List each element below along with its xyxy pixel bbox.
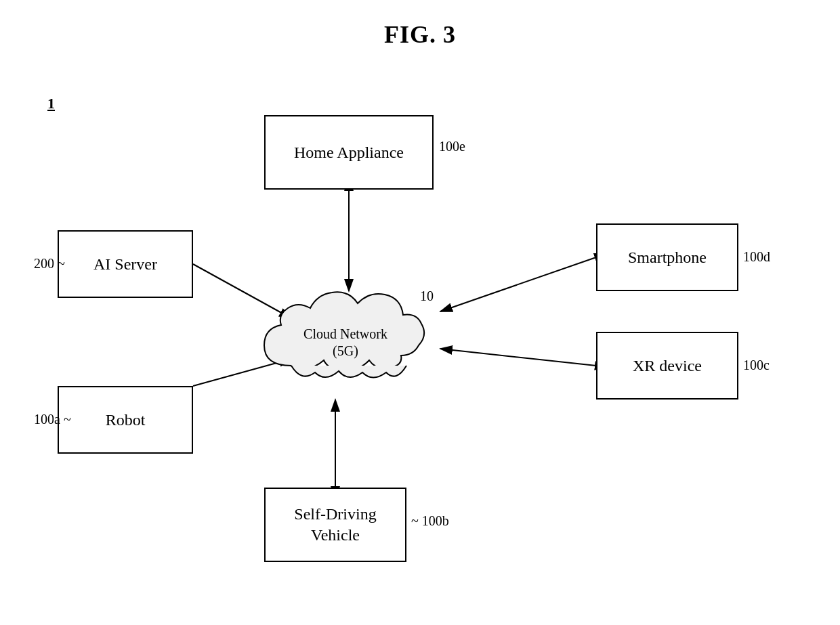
diagram-label: 1 bbox=[47, 95, 55, 112]
smartphone-box: Smartphone bbox=[596, 223, 738, 291]
robot-box: Robot bbox=[58, 386, 193, 454]
robot-ref: 100a ~ bbox=[34, 412, 71, 427]
self-driving-box: Self-Driving Vehicle bbox=[264, 488, 406, 562]
ai-server-box: AI Server bbox=[58, 230, 193, 298]
svg-text:Cloud Network: Cloud Network bbox=[303, 326, 387, 341]
cloud-shape: Cloud Network (5G) bbox=[237, 278, 454, 400]
xr-device-box: XR device bbox=[596, 332, 738, 400]
robot-label: Robot bbox=[106, 411, 146, 429]
home-appliance-box: Home Appliance bbox=[264, 115, 434, 190]
xr-device-ref: 100c bbox=[743, 358, 770, 373]
svg-line-5 bbox=[440, 349, 596, 366]
home-appliance-label: Home Appliance bbox=[294, 144, 404, 162]
self-driving-ref: ~ 100b bbox=[411, 513, 449, 529]
svg-line-4 bbox=[440, 257, 596, 311]
ai-server-label: AI Server bbox=[93, 255, 157, 274]
svg-text:(5G): (5G) bbox=[333, 343, 358, 359]
ai-server-ref: 200 ~ bbox=[34, 256, 65, 272]
diagram-container: FIG. 3 1 Home Appliance 100e A bbox=[0, 0, 840, 625]
smartphone-ref: 100d bbox=[743, 249, 770, 265]
home-appliance-ref: 100e bbox=[439, 139, 465, 154]
self-driving-label: Self-Driving Vehicle bbox=[294, 504, 376, 546]
fig-title: FIG. 3 bbox=[0, 0, 840, 49]
xr-device-label: XR device bbox=[633, 357, 702, 375]
smartphone-label: Smartphone bbox=[628, 249, 707, 267]
